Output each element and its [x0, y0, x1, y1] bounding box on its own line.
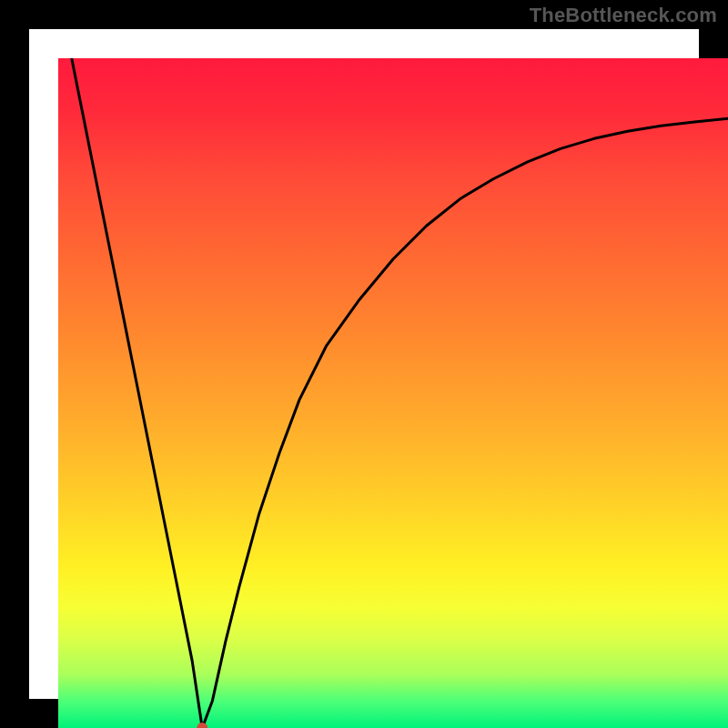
- watermark-text: TheBottleneck.com: [530, 4, 717, 27]
- chart-frame: [0, 0, 728, 728]
- bottleneck-curve: [58, 58, 728, 728]
- plot-area: [58, 58, 728, 728]
- marker-dot: [197, 723, 207, 728]
- curve-path: [72, 58, 728, 728]
